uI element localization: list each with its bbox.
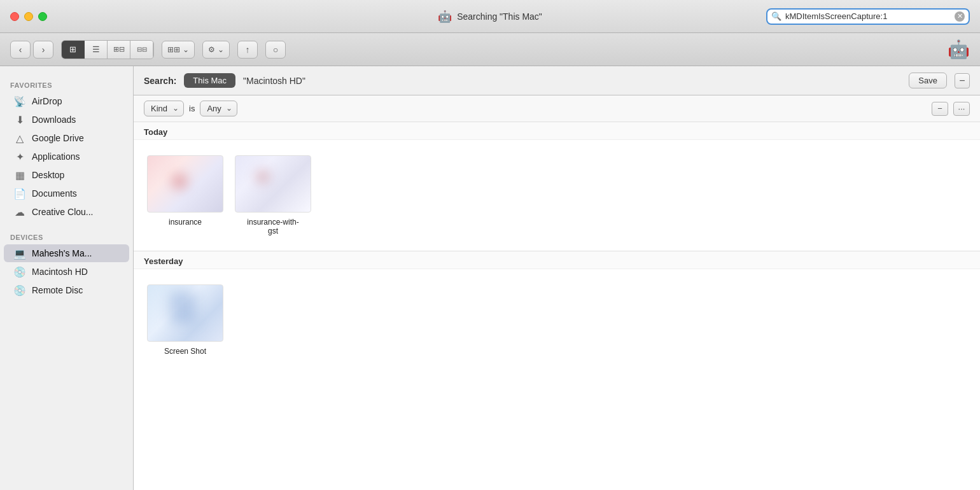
any-select-wrap[interactable]: Any xyxy=(200,101,237,116)
sidebar-item-macintosh-hd[interactable]: 💿 Macintosh HD xyxy=(4,263,129,281)
share-icon: ↑ xyxy=(246,45,250,55)
macintosh-hd-scope-button[interactable]: "Macintosh HD" xyxy=(243,76,305,86)
file-thumbnail-insurance-gst xyxy=(235,155,311,213)
kind-select-wrap[interactable]: Kind xyxy=(144,101,184,116)
airdrop-icon: 📡 xyxy=(14,95,25,107)
sidebar-item-downloads[interactable]: ⬇ Downloads xyxy=(4,111,129,129)
window-title-icon: 🤖 xyxy=(438,10,452,24)
main-area: Favorites 📡 AirDrop ⬇ Downloads △ Google… xyxy=(0,66,980,490)
list-view-button[interactable]: ☰ xyxy=(85,41,108,59)
sidebar-item-google-drive[interactable]: △ Google Drive xyxy=(4,129,129,147)
kind-select[interactable]: Kind xyxy=(144,101,184,116)
traffic-lights xyxy=(10,12,47,21)
forward-button[interactable]: › xyxy=(33,41,53,59)
sidebar-item-documents-label: Documents xyxy=(32,188,77,199)
sidebar-item-creative-cloud[interactable]: ☁ Creative Clou... xyxy=(4,203,129,221)
toolbar: ‹ › ⊞ ☰ ⊞⊟ ⊟⊟ ⊞⊞ ⌄ ⚙ ⌄ ↑ ○ 🤖 xyxy=(0,33,980,66)
applications-icon: ✦ xyxy=(14,151,25,162)
forward-icon: › xyxy=(42,45,45,55)
sidebar-item-google-drive-label: Google Drive xyxy=(32,133,84,143)
maximize-button[interactable] xyxy=(38,12,47,21)
file-item-screen-shot[interactable]: Screen Shot xyxy=(144,279,227,361)
column-view-button[interactable]: ⊞⊟ xyxy=(108,41,130,59)
group-chevron-icon: ⌄ xyxy=(183,45,189,54)
icon-view-button[interactable]: ⊞ xyxy=(62,41,85,59)
file-name-insurance: insurance xyxy=(169,218,202,227)
mahesh-mac-icon: 💻 xyxy=(14,248,25,259)
this-mac-scope-button[interactable]: This Mac xyxy=(184,73,235,88)
search-input[interactable] xyxy=(785,11,951,21)
today-files-grid: insurance insurance-with- gst xyxy=(134,140,980,251)
favorites-section-label: Favorites xyxy=(0,76,133,92)
share-button[interactable]: ↑ xyxy=(237,41,258,59)
sidebar-item-mahesh-mac-label: Mahesh's Ma... xyxy=(32,248,92,258)
column-view-icon: ⊞⊟ xyxy=(113,45,125,53)
downloads-icon: ⬇ xyxy=(14,114,25,125)
devices-section-label: Devices xyxy=(0,228,133,244)
gear-icon: ⚙ xyxy=(208,45,215,54)
sidebar-item-documents[interactable]: 📄 Documents xyxy=(4,185,129,202)
sidebar-item-applications-label: Applications xyxy=(32,151,80,162)
view-buttons: ⊞ ☰ ⊞⊟ ⊟⊟ xyxy=(61,40,154,59)
back-button[interactable]: ‹ xyxy=(10,41,31,59)
documents-icon: 📄 xyxy=(14,188,25,199)
filter-is-label: is xyxy=(189,104,195,113)
automator-button[interactable]: 🤖 xyxy=(948,39,970,60)
search-label: Search: xyxy=(144,76,176,86)
gear-chevron-icon: ⌄ xyxy=(218,45,224,54)
sidebar-item-remote-disc[interactable]: 💿 Remote Disc xyxy=(4,281,129,299)
back-icon: ‹ xyxy=(19,45,22,55)
filter-more-button[interactable]: ··· xyxy=(953,102,970,116)
file-thumbnail-insurance xyxy=(147,155,223,213)
file-thumbnail-screen-shot xyxy=(147,284,223,342)
file-item-insurance[interactable]: insurance xyxy=(144,150,227,241)
search-scope-bar: Search: This Mac "Macintosh HD" Save − xyxy=(134,66,980,95)
file-item-insurance-gst[interactable]: insurance-with- gst xyxy=(232,150,314,241)
sidebar-item-downloads-label: Downloads xyxy=(32,115,76,125)
save-search-button[interactable]: Save xyxy=(909,73,947,88)
sidebar-item-creative-cloud-label: Creative Clou... xyxy=(32,207,93,217)
gallery-view-button[interactable]: ⊟⊟ xyxy=(130,41,153,59)
sidebar-item-desktop-label: Desktop xyxy=(32,170,64,180)
desktop-icon: ▦ xyxy=(14,169,25,181)
close-button[interactable] xyxy=(10,12,19,21)
window-title-area: 🤖 Searching "This Mac" xyxy=(438,10,542,24)
sidebar-item-applications[interactable]: ✦ Applications xyxy=(4,148,129,165)
filter-minus-button[interactable]: − xyxy=(932,102,948,116)
macintosh-hd-icon: 💿 xyxy=(14,266,25,277)
search-clear-button[interactable]: ✕ xyxy=(955,11,965,22)
sidebar: Favorites 📡 AirDrop ⬇ Downloads △ Google… xyxy=(0,66,134,490)
list-view-icon: ☰ xyxy=(92,45,100,54)
file-name-screen-shot: Screen Shot xyxy=(164,347,206,356)
title-bar: 🤖 Searching "This Mac" 🔍 ✕ xyxy=(0,0,980,33)
sidebar-item-airdrop[interactable]: 📡 AirDrop xyxy=(4,92,129,110)
google-drive-icon: △ xyxy=(14,132,25,144)
sidebar-item-desktop[interactable]: ▦ Desktop xyxy=(4,166,129,184)
yesterday-files-grid: Screen Shot xyxy=(134,269,980,371)
sidebar-item-remote-disc-label: Remote Disc xyxy=(32,285,83,295)
tag-button[interactable]: ○ xyxy=(265,41,286,59)
any-select[interactable]: Any xyxy=(200,101,237,116)
window-title: Searching "This Mac" xyxy=(457,11,542,22)
tag-icon: ○ xyxy=(273,45,278,55)
today-section-header: Today xyxy=(134,122,980,140)
filter-row: Kind is Any − ··· xyxy=(134,95,980,122)
content-area: Search: This Mac "Macintosh HD" Save − K… xyxy=(134,66,980,490)
remove-search-button[interactable]: − xyxy=(955,73,970,88)
sidebar-item-airdrop-label: AirDrop xyxy=(32,96,62,106)
gallery-view-icon: ⊟⊟ xyxy=(137,46,147,53)
search-box[interactable]: 🔍 ✕ xyxy=(766,8,970,25)
yesterday-section-header: Yesterday xyxy=(134,251,980,269)
search-icon: 🔍 xyxy=(771,11,781,21)
file-name-insurance-gst: insurance-with- gst xyxy=(247,218,298,235)
nav-buttons: ‹ › xyxy=(10,41,53,59)
group-icon: ⊞⊞ xyxy=(167,45,180,54)
icon-view-icon: ⊞ xyxy=(69,45,76,54)
minimize-button[interactable] xyxy=(24,12,33,21)
group-button[interactable]: ⊞⊞ ⌄ xyxy=(162,41,195,59)
sidebar-item-macintosh-hd-label: Macintosh HD xyxy=(32,267,88,277)
action-button[interactable]: ⚙ ⌄ xyxy=(202,41,230,59)
sidebar-item-mahesh-mac[interactable]: 💻 Mahesh's Ma... xyxy=(4,244,129,262)
files-area: Today insurance insurance-with- gst Yest… xyxy=(134,122,980,490)
remote-disc-icon: 💿 xyxy=(14,284,25,296)
